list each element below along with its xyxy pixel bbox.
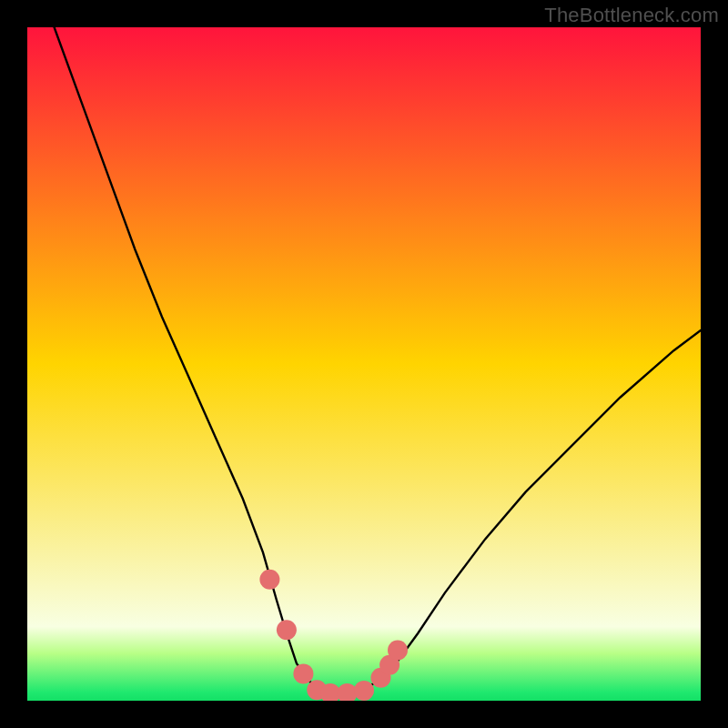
marker-point <box>259 570 279 590</box>
marker-point <box>293 663 313 683</box>
marker-point <box>388 641 408 661</box>
chart-svg <box>27 27 701 701</box>
plot-area <box>27 27 701 701</box>
marker-point <box>354 681 374 701</box>
chart-frame: TheBottleneck.com <box>0 0 728 728</box>
watermark-text: TheBottleneck.com <box>544 4 719 27</box>
marker-point <box>277 620 297 640</box>
chart-background <box>27 27 701 701</box>
